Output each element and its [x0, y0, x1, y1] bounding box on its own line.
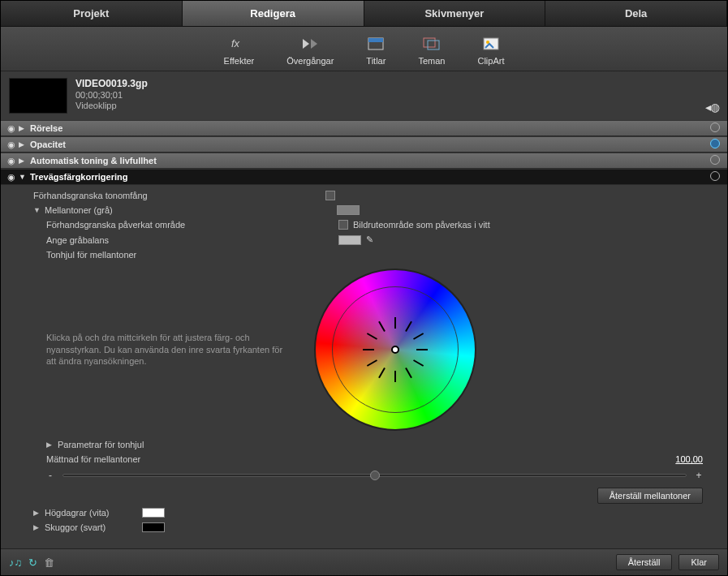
color-wheel[interactable]: [314, 269, 476, 431]
effect-title-threeway: Trevägsfärgkorrigering: [28, 172, 706, 182]
checkbox-frame-white[interactable]: [338, 220, 348, 230]
effect-row-opacity[interactable]: ◉ ▶ Opacitet: [1, 136, 727, 153]
disclosure-icon[interactable]: ▶: [19, 140, 28, 148]
stopwatch-icon[interactable]: [706, 139, 724, 150]
tool-clipart[interactable]: ClipArt: [477, 35, 504, 66]
label-wheel-midtones: Tonhjul för mellantoner: [46, 250, 338, 260]
slider-plus: +: [695, 470, 703, 481]
clip-type: Videoklipp: [75, 101, 148, 110]
tool-titles-label: Titlar: [366, 56, 386, 66]
titles-icon: [367, 35, 385, 53]
wheel-center-handle[interactable]: [391, 346, 399, 354]
eye-icon[interactable]: ◉: [4, 123, 19, 134]
clip-thumbnail[interactable]: [9, 78, 67, 114]
swatch-highlights[interactable]: [142, 508, 165, 518]
effect-title-opacity: Opacitet: [28, 140, 706, 149]
eye-icon[interactable]: ◉: [4, 172, 19, 183]
effect-row-motion[interactable]: ◉ ▶ Rörelse: [1, 120, 727, 136]
saturation-slider[interactable]: [62, 474, 687, 477]
label-wheel-params: Parametrar för tonhjul: [58, 440, 350, 449]
effect-row-threeway[interactable]: ◉ ▼ Trevägsfärgkorrigering: [1, 169, 727, 185]
tool-effects-label: Effekter: [224, 56, 255, 66]
disclosure-icon[interactable]: ▶: [33, 509, 41, 517]
reset-midtones-button[interactable]: Återställ mellantoner: [597, 488, 703, 504]
disclosure-icon[interactable]: ▶: [46, 441, 54, 449]
swatch-gray-balance[interactable]: [338, 235, 361, 245]
tab-project[interactable]: Projekt: [1, 1, 183, 26]
svg-text:fx: fx: [231, 37, 240, 49]
label-preview-range: Förhandsgranska tonomfång: [33, 191, 325, 200]
checkbox-preview-range[interactable]: [325, 191, 335, 200]
eye-icon[interactable]: ◉: [4, 140, 19, 150]
tab-share[interactable]: Dela: [545, 1, 727, 26]
fx-icon: fx: [230, 35, 248, 53]
tab-disc-menus[interactable]: Skivmenyer: [364, 1, 546, 26]
svg-marker-1: [303, 39, 309, 49]
stopwatch-icon[interactable]: [706, 171, 724, 183]
tool-effects[interactable]: fx Effekter: [224, 35, 255, 66]
tool-themes[interactable]: Teman: [418, 35, 445, 66]
themes-icon: [423, 35, 441, 53]
clip-timecode: 00;00;30;01: [75, 90, 148, 100]
audio-icon[interactable]: ♪♫: [9, 557, 22, 569]
label-saturation: Mättnad för mellantoner: [46, 454, 338, 464]
tool-clipart-label: ClipArt: [477, 56, 504, 66]
disclosure-icon[interactable]: ▼: [19, 173, 28, 181]
timeline-toggle-icon[interactable]: ◂◍: [705, 101, 719, 114]
reset-button[interactable]: Återställ: [616, 554, 673, 570]
clip-name: VIDEO0019.3gp: [75, 78, 148, 89]
tool-titles[interactable]: Titlar: [366, 35, 386, 66]
slider-minus: -: [46, 470, 54, 481]
loop-icon[interactable]: ↻: [28, 557, 37, 569]
eyedropper-icon[interactable]: ✎: [366, 234, 373, 245]
clip-info: VIDEO0019.3gp 00;00;30;01 Videoklipp ◂◍: [1, 71, 727, 120]
disclosure-icon[interactable]: ▶: [19, 157, 28, 165]
label-gray-balance: Ange gråbalans: [46, 235, 338, 245]
label-shadows: Skuggor (svart): [45, 522, 142, 532]
label-frame-white: Bildruteområde som påverkas i vitt: [353, 220, 490, 230]
tool-transitions-label: Övergångar: [286, 56, 334, 66]
svg-rect-4: [368, 38, 383, 42]
done-button[interactable]: Klar: [678, 554, 719, 570]
swatch-shadows[interactable]: [142, 522, 165, 532]
stopwatch-icon[interactable]: [706, 123, 724, 134]
tool-transitions[interactable]: Övergångar: [286, 35, 334, 66]
wheel-help-text: Klicka på och dra mittcirkeln för att ju…: [46, 332, 290, 368]
svg-rect-6: [428, 41, 439, 49]
swatch-midtones[interactable]: [337, 205, 360, 215]
label-preview-affected: Förhandsgranska påverkat område: [46, 220, 338, 230]
tool-themes-label: Teman: [418, 56, 445, 66]
value-saturation[interactable]: 100,00: [675, 454, 727, 464]
svg-rect-5: [424, 38, 435, 47]
disclosure-icon[interactable]: ▼: [33, 206, 41, 214]
eye-icon[interactable]: ◉: [4, 156, 19, 166]
disclosure-icon[interactable]: ▶: [33, 523, 41, 531]
disclosure-icon[interactable]: ▶: [19, 124, 28, 132]
clipart-icon: [482, 35, 500, 53]
effect-row-auto[interactable]: ◉ ▶ Automatisk toning & livfullhet: [1, 153, 727, 169]
effect-title-motion: Rörelse: [28, 123, 706, 133]
trash-icon[interactable]: 🗑: [44, 557, 54, 569]
tab-edit[interactable]: Redigera: [183, 1, 364, 26]
label-highlights: Högdagrar (vita): [45, 508, 142, 518]
transition-icon: [301, 35, 319, 53]
slider-thumb[interactable]: [370, 471, 380, 480]
effect-title-auto: Automatisk toning & livfullhet: [28, 156, 706, 165]
stopwatch-icon[interactable]: [706, 155, 724, 166]
label-midtones: Mellantoner (grå): [45, 205, 337, 215]
svg-marker-2: [311, 39, 317, 49]
